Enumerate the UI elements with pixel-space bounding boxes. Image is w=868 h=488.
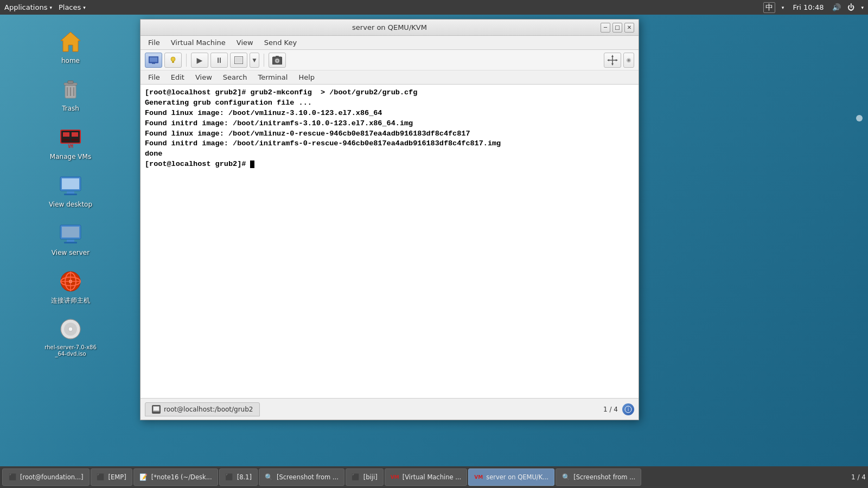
manage-vms-icon: VM [58, 125, 84, 151]
svg-point-34 [171, 57, 175, 61]
taskbar-label-emp: [EMP] [108, 473, 126, 481]
taskbar-item-screenshot1[interactable]: 🔍 [Screenshot from ... [259, 468, 344, 486]
scroll-indicator [856, 115, 863, 121]
toolbar-pause-button[interactable]: ⏸ [210, 53, 228, 68]
inner-menu-view[interactable]: View [191, 72, 216, 82]
places-arrow: ▾ [83, 5, 86, 10]
statusbar-right: 1 / 4 i [603, 403, 634, 415]
menu-view[interactable]: View [232, 37, 258, 48]
taskbar-icon-terminal: ⬛ [8, 473, 17, 481]
vm-title: server on QEMU/KVM [145, 23, 634, 31]
vm-window-controls: ─ □ ✕ [601, 23, 634, 33]
menu-send-key[interactable]: Send Key [260, 37, 301, 48]
desktop-icon-trash[interactable]: Trash [41, 73, 100, 115]
menu-virtual-machine[interactable]: Virtual Machine [167, 37, 230, 48]
time-display: Fri 10:48 [793, 3, 824, 11]
connect-label: 连接讲师主机 [51, 297, 90, 304]
taskbar-icon-biji: ⬛ [352, 473, 360, 481]
taskbar-item-biji[interactable]: ⬛ [biji] [346, 468, 384, 486]
view-server-icon [58, 221, 84, 247]
connect-icon [58, 268, 84, 294]
terminal-line-7: [root@localhost grub2]# [145, 159, 634, 170]
inner-menu-terminal[interactable]: Terminal [253, 72, 292, 82]
applications-menu[interactable]: Applications ▾ [4, 3, 52, 11]
taskbar-label-note16: [*note16 (~/Desk... [151, 473, 212, 481]
taskbar-item-81[interactable]: ⬛ [8.1] [219, 468, 258, 486]
trash-icon [58, 76, 84, 102]
toolbar-extra-button[interactable]: ◉ [623, 53, 634, 68]
taskbar-icon-virtual-machine: VM [391, 473, 399, 481]
taskbar-label-server-qemu: server on QEMU/K... [486, 473, 548, 481]
desktop-icon-view-server[interactable]: View server [41, 217, 100, 260]
inner-menu-help[interactable]: Help [294, 72, 319, 82]
taskbar-right: 1 / 4 [851, 473, 866, 481]
view-server-label: View server [52, 249, 90, 256]
statusbar-tab-label: root@localhost:/boot/grub2 [164, 406, 253, 413]
vm-menubar: File Virtual Machine View Send Key [141, 36, 639, 50]
menu-file[interactable]: File [144, 37, 164, 48]
close-button[interactable]: ✕ [624, 23, 634, 33]
desktop-icon-view-desktop[interactable]: View desktop [41, 169, 100, 211]
taskbar-icon-server-qemu: VM [474, 473, 483, 481]
svg-rect-15 [67, 191, 74, 194]
power-arrow: ▾ [861, 5, 864, 10]
svg-rect-37 [235, 57, 242, 63]
statusbar-tab[interactable]: root@localhost:/boot/grub2 [145, 402, 260, 416]
terminal-area[interactable]: [root@localhost grub2]# grub2-mkconfig >… [141, 85, 639, 398]
desktop-icon-connect[interactable]: 连接讲师主机 [41, 265, 100, 307]
rhel-dvd-label: rhel-server-7.0-x86_64-dvd.iso [44, 344, 97, 357]
svg-rect-32 [150, 57, 157, 62]
toolbar-bulb-button[interactable] [164, 53, 182, 68]
inner-menu-file[interactable]: File [144, 72, 164, 82]
svg-rect-9 [72, 132, 78, 137]
trash-label: Trash [62, 105, 79, 112]
statusbar-nav-circle[interactable]: i [622, 403, 634, 415]
toolbar-dropdown-button[interactable]: ▼ [250, 53, 259, 68]
terminal-line-6: done [145, 149, 634, 159]
power-icon[interactable]: ⏻ [847, 3, 854, 11]
taskbar-icon-note: 📝 [139, 473, 148, 481]
places-label: Places [59, 3, 81, 11]
taskbar-item-root-foundation[interactable]: ⬛ [root@foundation...] [2, 468, 90, 486]
svg-rect-41 [276, 56, 279, 57]
places-menu[interactable]: Places ▾ [59, 3, 86, 11]
svg-rect-3 [68, 81, 73, 84]
toolbar-separator-2 [264, 54, 264, 67]
toolbar-right: ◉ [604, 53, 634, 68]
desktop: home Trash VM Man [0, 15, 141, 466]
svg-text:i: i [628, 407, 629, 412]
desktop-icon-manage-vms[interactable]: VM Manage VMs [41, 121, 100, 164]
statusbar-tab-icon [152, 405, 161, 414]
toolbar-play-button[interactable]: ▶ [191, 53, 208, 68]
taskbar-item-virtual-machine[interactable]: VM [Virtual Machine ... [385, 468, 467, 486]
taskbar-icon-81: ⬛ [225, 473, 234, 481]
input-method-arrow: ▾ [782, 5, 784, 10]
taskbar-icon-screenshot2: 🔍 [561, 473, 570, 481]
toolbar-display-button[interactable] [145, 53, 162, 68]
taskbar: ⬛ [root@foundation...] ⬛ [EMP] 📝 [*note1… [0, 466, 868, 488]
taskbar-item-server-qemu[interactable]: VM server on QEMU/K... [468, 468, 554, 486]
toolbar-fullscreen-button[interactable] [230, 53, 247, 68]
top-bar-left: Applications ▾ Places ▾ [4, 3, 86, 11]
view-desktop-icon [58, 172, 84, 198]
taskbar-item-screenshot2[interactable]: 🔍 [Screenshot from ... [556, 468, 641, 486]
volume-icon[interactable]: 🔊 [832, 3, 841, 11]
top-bar: Applications ▾ Places ▾ 中 ▾ Fri 10:48 🔊 … [0, 0, 868, 15]
toolbar-move-icon[interactable] [604, 53, 621, 68]
inner-menu-edit[interactable]: Edit [167, 72, 189, 82]
terminal-line-1: Generating grub configuration file ... [145, 98, 634, 108]
minimize-button[interactable]: ─ [601, 23, 610, 33]
svg-text:VM: VM [68, 144, 73, 149]
svg-rect-10 [63, 139, 69, 141]
input-method-indicator[interactable]: 中 [763, 2, 775, 13]
inner-menu-search[interactable]: Search [219, 72, 252, 82]
statusbar-page: 1 / 4 [603, 406, 618, 413]
maximize-button[interactable]: □ [612, 23, 622, 33]
desktop-icon-rhel-dvd[interactable]: rhel-server-7.0-x86_64-dvd.iso [41, 313, 100, 361]
toolbar-screenshot-button[interactable] [269, 53, 286, 68]
taskbar-item-note16[interactable]: 📝 [*note16 (~/Desk... [133, 468, 218, 486]
taskbar-item-emp[interactable]: ⬛ [EMP] [91, 468, 132, 486]
desktop-icon-home[interactable]: home [41, 25, 100, 68]
terminal-line-0: [root@localhost grub2]# grub2-mkconfig >… [145, 88, 634, 98]
svg-rect-14 [62, 178, 79, 189]
